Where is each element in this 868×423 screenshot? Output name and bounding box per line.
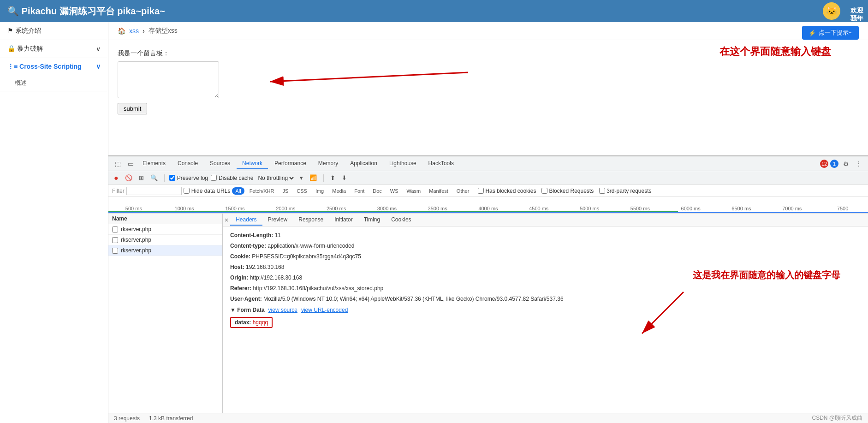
home-icon: 🏠	[118, 27, 125, 35]
submit-button[interactable]: submit	[118, 103, 147, 114]
xss-label: ⋮≡ Cross-Site Scripting	[7, 63, 82, 70]
brute-force-label: 🔒 暴力破解	[7, 45, 43, 53]
details-tab-response[interactable]: Response	[293, 214, 329, 226]
filter-tag-ws[interactable]: WS	[387, 187, 402, 195]
pikachu-icon: 🐱	[823, 2, 840, 20]
tl-13: 7000 ms	[767, 206, 817, 211]
tl-14: 7500	[817, 206, 868, 211]
filter-tag-font[interactable]: Font	[351, 187, 368, 195]
settings-icon[interactable]: ⚙	[840, 158, 851, 169]
breadcrumb-bar: 🏠 xss › 存储型xss ⚡ 点一下提示~	[108, 22, 868, 40]
prop-content-type: Content-type: application/x-www-form-url…	[230, 242, 861, 250]
sidebar-sub-overview[interactable]: 概述	[0, 75, 108, 91]
branding: CSDN @顾昕风成曲	[812, 414, 862, 422]
filter-tag-img[interactable]: Img	[312, 187, 327, 195]
details-tab-bar: × Headers Preview Response Initiator Tim…	[223, 214, 868, 226]
filter-tag-media[interactable]: Media	[329, 187, 349, 195]
filter-tag-other[interactable]: Other	[453, 187, 473, 195]
download-icon[interactable]: ⬇	[340, 173, 349, 182]
row-checkbox-1[interactable]	[112, 237, 118, 243]
throttle-dropdown-icon[interactable]: ▾	[298, 173, 305, 182]
row-name-2: rkserver.php	[121, 247, 151, 254]
prop-referer: Referer: http://192.168.30.168/pikachu/v…	[230, 284, 861, 292]
hint-button[interactable]: ⚡ 点一下提示~	[802, 26, 859, 40]
network-body: Name rkserver.php rkserver.php rkserver.…	[108, 214, 868, 413]
breadcrumb-xss[interactable]: xss	[129, 27, 139, 35]
table-row-2[interactable]: rkserver.php	[108, 245, 222, 256]
hide-data-urls-checkbox[interactable]: Hide data URLs	[184, 188, 231, 194]
details-tab-cookies[interactable]: Cookies	[386, 214, 416, 226]
table-row-0[interactable]: rkserver.php	[108, 224, 222, 235]
row-checkbox-2[interactable]	[112, 248, 118, 254]
details-tab-timing[interactable]: Timing	[358, 214, 386, 226]
tab-lighthouse[interactable]: Lighthouse	[384, 158, 422, 169]
tab-hacktools[interactable]: HackTools	[423, 158, 459, 169]
details-tab-initiator[interactable]: Initiator	[329, 214, 358, 226]
timeline-bar: 500 ms 1000 ms 1500 ms 2000 ms 2500 ms 3…	[108, 197, 868, 214]
clear-button[interactable]: 🚫	[123, 173, 134, 182]
row-name-1: rkserver.php	[121, 237, 151, 243]
prop-content-length: Content-Length: 11	[230, 231, 861, 239]
name-header: Name	[108, 214, 222, 224]
content-area: 🏠 xss › 存储型xss ⚡ 点一下提示~ 我是一个留言板： submit	[108, 22, 868, 423]
sidebar-item-system-intro[interactable]: ⚑ 系统介绍	[0, 22, 108, 40]
filter-tag-manifest[interactable]: Manifest	[426, 187, 452, 195]
tab-sources[interactable]: Sources	[204, 158, 236, 169]
form-data-value: hgqqq	[253, 319, 268, 326]
disable-cache-checkbox[interactable]: Disable cache	[211, 175, 253, 181]
search-button[interactable]: 🔍	[149, 173, 160, 182]
filter-tag-js[interactable]: JS	[279, 187, 291, 195]
sidebar-item-xss[interactable]: ⋮≡ Cross-Site Scripting ∨	[0, 58, 108, 75]
preserve-log-checkbox[interactable]: Preserve log	[169, 175, 208, 181]
warn-badge: 1	[830, 160, 838, 168]
row-checkbox-0[interactable]	[112, 226, 118, 232]
system-intro-label: ⚑ 系统介绍	[7, 27, 41, 35]
tab-elements[interactable]: Elements	[137, 158, 171, 169]
devtools-left-icons: ⬚ ▭	[112, 158, 136, 169]
view-source-link[interactable]: view source	[268, 307, 297, 313]
breadcrumb-separator: ›	[143, 27, 145, 35]
details-tab-preview[interactable]: Preview	[262, 214, 293, 226]
message-board-input[interactable]	[118, 61, 219, 98]
record-button[interactable]: ●	[112, 173, 120, 183]
upload-icon[interactable]: ⬆	[328, 173, 337, 182]
browser-title: 🔍 Pikachu 漏洞练习平台 pika~pika~	[7, 5, 861, 18]
device-icon[interactable]: ▭	[125, 158, 136, 169]
view-url-encoded-link[interactable]: view URL-encoded	[301, 307, 348, 313]
prop-host: Host: 192.168.30.168	[230, 263, 861, 271]
details-tab-headers[interactable]: Headers	[230, 214, 262, 226]
filter-bar: Filter Hide data URLs All Fetch/XHR JS C…	[108, 185, 868, 197]
filter-tag-wasm[interactable]: Wasm	[404, 187, 424, 195]
inspect-icon[interactable]: ⬚	[112, 158, 123, 169]
filter-tag-css[interactable]: CSS	[293, 187, 310, 195]
filter-tag-fetch-xhr[interactable]: Fetch/XHR	[246, 187, 278, 195]
brute-force-expand-icon: ∨	[96, 45, 101, 53]
has-blocked-cookies-checkbox[interactable]: Has blocked cookies	[478, 188, 536, 194]
tab-network[interactable]: Network	[237, 158, 268, 169]
browser-topbar: 🔍 Pikachu 漏洞练习平台 pika~pika~ 🐱 欢迎 骚年	[0, 0, 868, 22]
sidebar-item-brute-force[interactable]: 🔒 暴力破解 ∨	[0, 40, 108, 58]
tab-performance[interactable]: Performance	[269, 158, 312, 169]
filter-tag-all[interactable]: All	[232, 187, 244, 195]
filter-toggle-button[interactable]: ⊞	[137, 173, 146, 182]
throttle-select[interactable]: No throttling	[256, 174, 295, 182]
table-row-1[interactable]: rkserver.php	[108, 235, 222, 245]
filter-tag-doc[interactable]: Doc	[369, 187, 385, 195]
filter-input[interactable]	[126, 187, 182, 195]
tab-console[interactable]: Console	[172, 158, 203, 169]
details-content: Content-Length: 11 Content-type: applica…	[223, 226, 868, 333]
blocked-requests-checkbox[interactable]: Blocked Requests	[541, 188, 594, 194]
details-close-button[interactable]: ×	[225, 216, 228, 224]
svg-line-1	[270, 72, 468, 82]
tab-application[interactable]: Application	[345, 158, 383, 169]
timeline-blue	[108, 212, 868, 213]
more-icon[interactable]: ⋮	[853, 158, 864, 169]
title-text: 🔍 Pikachu 漏洞练习平台 pika~pika~	[7, 5, 165, 18]
third-party-requests-checkbox[interactable]: 3rd-party requests	[599, 188, 651, 194]
requests-count: 3 requests	[114, 415, 140, 422]
wifi-icon[interactable]: 📶	[308, 173, 319, 182]
tab-memory[interactable]: Memory	[313, 158, 344, 169]
devtools-right-icons: 12 1 ⚙ ⋮	[820, 158, 864, 169]
devtools-tab-bar: ⬚ ▭ Elements Console Sources Network Per…	[108, 156, 868, 171]
separator-1	[164, 174, 165, 182]
